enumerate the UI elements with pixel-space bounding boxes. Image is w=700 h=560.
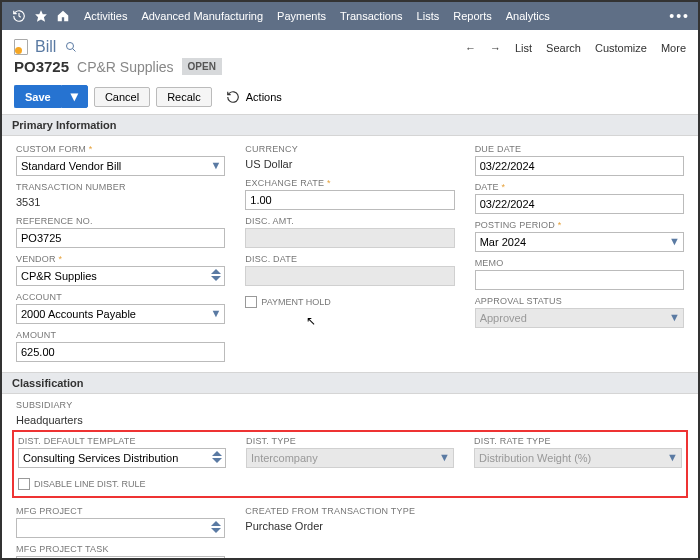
label-approval: APPROVAL STATUS xyxy=(475,296,684,306)
save-button-split: Save ▼ xyxy=(14,85,88,108)
ref-no-input[interactable] xyxy=(16,228,225,248)
label-custom-form: CUSTOM FORM xyxy=(16,144,225,154)
prev-icon[interactable]: ← xyxy=(465,42,476,54)
save-dropdown[interactable]: ▼ xyxy=(61,85,88,108)
date-input[interactable] xyxy=(475,194,684,214)
svg-line-2 xyxy=(73,49,76,52)
mfg-project-select[interactable] xyxy=(16,518,225,538)
amount-input[interactable] xyxy=(16,342,225,362)
label-vendor: VENDOR xyxy=(16,254,225,264)
nav-item[interactable]: Lists xyxy=(417,10,440,22)
label-posting: POSTING PERIOD xyxy=(475,220,684,230)
nav-item[interactable]: Advanced Manufacturing xyxy=(141,10,263,22)
account-select[interactable] xyxy=(16,304,225,324)
more-link[interactable]: More xyxy=(661,42,686,54)
label-disc-amt: DISC. AMT. xyxy=(245,216,454,226)
dist-highlight: DIST. DEFAULT TEMPLATE DISABLE LINE DIST… xyxy=(12,430,688,498)
vendor-name: CP&R Supplies xyxy=(77,59,174,75)
disable-rule-checkbox[interactable] xyxy=(18,478,30,490)
nav-item[interactable]: Payments xyxy=(277,10,326,22)
label-disable-rule: DISABLE LINE DIST. RULE xyxy=(34,479,146,489)
search-icon[interactable] xyxy=(65,41,77,53)
cancel-button[interactable]: Cancel xyxy=(94,87,150,107)
label-dist-type: DIST. TYPE xyxy=(246,436,454,446)
exchange-rate-input[interactable] xyxy=(245,190,454,210)
label-currency: CURRENCY xyxy=(245,144,454,154)
label-date: DATE xyxy=(475,182,684,192)
memo-input[interactable] xyxy=(475,270,684,290)
payment-hold-checkbox[interactable] xyxy=(245,296,257,308)
section-primary: Primary Information xyxy=(2,114,698,136)
record-type: Bill xyxy=(35,38,56,56)
label-mfg-project-task: MFG PROJECT TASK xyxy=(16,544,225,554)
label-payment-hold: PAYMENT HOLD xyxy=(261,297,331,307)
status-badge: OPEN xyxy=(182,58,222,75)
due-date-input[interactable] xyxy=(475,156,684,176)
dist-template-select[interactable] xyxy=(18,448,226,468)
svg-point-1 xyxy=(67,43,74,50)
list-link[interactable]: List xyxy=(515,42,532,54)
nav-menu: Activities Advanced Manufacturing Paymen… xyxy=(84,10,550,22)
mfg-project-task-select[interactable] xyxy=(16,556,225,560)
label-tran-num: TRANSACTION NUMBER xyxy=(16,182,225,192)
nav-item[interactable]: Activities xyxy=(84,10,127,22)
label-dist-template: DIST. DEFAULT TEMPLATE xyxy=(18,436,226,446)
record-id: PO3725 xyxy=(14,58,69,75)
label-ref-no: REFERENCE NO. xyxy=(16,216,225,226)
tran-num-value: 3531 xyxy=(16,194,225,210)
section-classification: Classification xyxy=(2,372,698,394)
record-header: Bill PO3725 CP&R Supplies OPEN ← → List … xyxy=(2,30,698,79)
posting-select[interactable] xyxy=(475,232,684,252)
next-icon[interactable]: → xyxy=(490,42,501,54)
label-account: ACCOUNT xyxy=(16,292,225,302)
nav-item[interactable]: Analytics xyxy=(506,10,550,22)
label-amount: AMOUNT xyxy=(16,330,225,340)
svg-marker-0 xyxy=(35,10,47,22)
label-subsidiary: SUBSIDIARY xyxy=(16,400,684,410)
home-icon[interactable] xyxy=(54,7,72,25)
label-created-from: CREATED FROM TRANSACTION TYPE xyxy=(245,506,454,516)
more-icon[interactable]: ••• xyxy=(669,8,690,24)
created-from-value: Purchase Order xyxy=(245,518,454,534)
custom-form-select[interactable] xyxy=(16,156,225,176)
history-icon[interactable] xyxy=(10,7,28,25)
save-button[interactable]: Save xyxy=(14,85,61,108)
actions-label: Actions xyxy=(246,91,282,103)
label-dist-rate-type: DIST. RATE TYPE xyxy=(474,436,682,446)
actions-menu[interactable]: Actions xyxy=(226,90,282,104)
doc-icon xyxy=(14,39,28,55)
label-due-date: DUE DATE xyxy=(475,144,684,154)
nav-item[interactable]: Reports xyxy=(453,10,492,22)
label-exchange-rate: EXCHANGE RATE xyxy=(245,178,454,188)
disc-amt-input xyxy=(245,228,454,248)
label-memo: MEMO xyxy=(475,258,684,268)
primary-form: CUSTOM FORM ▼ TRANSACTION NUMBER 3531 RE… xyxy=(2,136,698,372)
customize-link[interactable]: Customize xyxy=(595,42,647,54)
nav-item[interactable]: Transactions xyxy=(340,10,403,22)
vendor-select[interactable] xyxy=(16,266,225,286)
search-link[interactable]: Search xyxy=(546,42,581,54)
disc-date-input xyxy=(245,266,454,286)
currency-value: US Dollar xyxy=(245,156,454,172)
label-mfg-project: MFG PROJECT xyxy=(16,506,225,516)
label-disc-date: DISC. DATE xyxy=(245,254,454,264)
subsidiary-value: Headquarters xyxy=(16,412,684,428)
approval-select xyxy=(475,308,684,328)
recalc-button[interactable]: Recalc xyxy=(156,87,212,107)
star-icon[interactable] xyxy=(32,7,50,25)
actions-icon xyxy=(226,90,240,104)
toolbar: Save ▼ Cancel Recalc Actions xyxy=(2,79,698,114)
top-nav: Activities Advanced Manufacturing Paymen… xyxy=(2,2,698,30)
dist-type-select xyxy=(246,448,454,468)
classification-extra: MFG PROJECT MFG PROJECT TASK CREATED FRO… xyxy=(2,504,698,560)
dist-rate-type-select xyxy=(474,448,682,468)
